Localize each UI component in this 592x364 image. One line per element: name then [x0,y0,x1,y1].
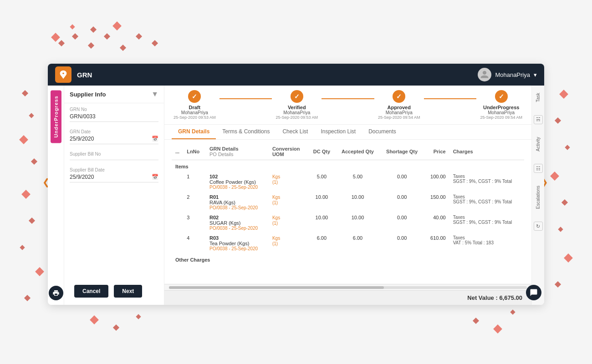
col-dc-qty: DC Qty [308,143,335,160]
step-draft-user: MohanaPriya [181,110,208,115]
row3-accepted-qty: 10.00 [335,212,380,233]
col-price: Price [424,143,449,160]
side-tab-task[interactable]: Task [534,89,542,106]
items-section-header: Items [172,160,524,172]
row3-shortage-qty: 0.00 [380,212,424,233]
step-underprogress: ✓ UnderProgress MohanaPriya 25-Sep-2020 … [480,90,522,120]
user-chevron[interactable]: ▾ [534,71,537,78]
step-draft: ✓ Draft MohanaPriya 25-Sep-2020 09:53 AM [174,90,216,120]
step-line-2 [322,98,374,99]
grn-no-group: GRN No GRN/0033 [64,103,164,126]
table-row: 2 R01 RAVA (Kgs) PO/0038 - 25-Sep-2020 K… [172,192,524,212]
side-tab-activity[interactable]: Activity [534,133,542,155]
supplier-info-header: Supplier Info ▼ [64,86,164,103]
col-charges: Charges [449,143,524,160]
step-draft-label: Draft [189,105,200,110]
row2-po: PO/0038 - 25-Sep-2020 [209,205,265,210]
left-nav-strip: UnderProgress [48,86,64,305]
tab-grn-details[interactable]: GRN Details [172,125,216,139]
supplier-expand-icon[interactable]: ▼ [151,90,158,98]
cancel-button[interactable]: Cancel [74,285,108,298]
calendar-icon-2[interactable]: 📅 [152,174,158,180]
grn-no-label: GRN No [70,107,158,112]
row4-uom-qty: (1) [272,241,278,246]
row4-shortage-qty: 0.00 [380,233,424,253]
left-panel: Supplier Info ▼ GRN No GRN/0033 GRN Date… [64,86,164,305]
col-grn-details: GRN DetailsPO Details [206,143,269,160]
username: MohanaPriya [495,71,530,78]
supplier-bill-date-group: Supplier Bill Date 25/9/2020 📅 [64,164,164,186]
progress-bar: ✓ Draft MohanaPriya 25-Sep-2020 09:53 AM… [164,86,531,125]
side-activity-icon[interactable]: ☷ [534,164,543,173]
row1-charges: TaxesSGST : 9%, CGST : 9% Total [453,174,521,184]
side-tab-escalations[interactable]: Escalations [534,182,542,212]
scroll-bar[interactable] [164,284,531,290]
row3-price: 40.00 [424,212,449,233]
row2-accepted-qty: 10.00 [335,192,380,212]
grn-date-value: 25/9/2020 📅 [70,136,158,144]
net-value-bar: Net Value : 6,675.00 [164,290,531,305]
grn-no-value: GRN/0033 [70,113,158,122]
tab-checklist[interactable]: Check List [276,125,314,139]
row3-uom: Kgs [272,215,280,220]
step-verified-circle: ✓ [291,90,303,103]
supplier-bill-date-label: Supplier Bill Date [70,167,158,172]
row2-ln: 2 [183,192,206,212]
row2-code: R01 [209,194,265,200]
row1-uom-qty: (1) [272,180,278,185]
step-verified-label: Verified [288,105,306,110]
calendar-icon[interactable]: 📅 [152,136,158,142]
row1-price: 100.00 [424,172,449,192]
row2-price: 150.00 [424,192,449,212]
action-buttons: Cancel Next [64,278,164,305]
table-row: 3 R02 SUGAR (Kgs) PO/0038 - 25-Sep-2020 … [172,212,524,233]
chat-button[interactable] [526,285,541,300]
step-line-1 [219,98,272,99]
step-approved-label: Approved [388,105,411,110]
side-task-icon[interactable]: ☵ [534,115,543,124]
print-button[interactable] [49,286,63,300]
grn-date-label: GRN Date [70,129,158,134]
col-accepted-qty: Accepted Qty [335,143,380,160]
row1-shortage-qty: 0.00 [380,172,424,192]
row4-ln: 4 [183,233,206,253]
app-container: GRN MohanaPriya ▾ UnderProgress Su [48,64,544,305]
row2-uom-qty: (1) [272,200,278,205]
row2-dc-qty: 10.00 [308,192,335,212]
body-layout: UnderProgress Supplier Info ▼ GRN No GRN… [48,86,544,305]
col-conversion-uom: ConversionUOM [269,143,308,160]
supplier-bill-no-group: Supplier Bill No [64,148,164,164]
app-logo [55,66,71,83]
user-info: MohanaPriya ▾ [478,68,537,81]
row3-uom-qty: (1) [272,221,278,226]
scroll-thumb[interactable] [169,286,384,289]
row4-po: PO/0038 - 25-Sep-2020 [209,246,265,251]
row4-charges: TaxesVAT : 5% Total : 183 [453,235,521,245]
supplier-bill-no-value[interactable] [70,158,158,160]
row2-uom: Kgs [272,195,280,200]
step-verified-date: 25-Sep-2020 09:53 AM [276,115,318,120]
tab-inspection[interactable]: Inspection List [314,125,362,139]
table-row: 1 102 Coffee Powder (Kgs) PO/0038 - 25-S… [172,172,524,192]
supplier-bill-date-value: 25/9/2020 📅 [70,174,158,182]
row4-name: Tea Powder (Kgs) [209,241,265,246]
row1-accepted-qty: 5.00 [335,172,380,192]
logo-icon [58,70,68,80]
side-escalations-icon[interactable]: ↻ [534,222,543,231]
grn-date-group: GRN Date 25/9/2020 📅 [64,126,164,148]
tab-terms[interactable]: Terms & Conditions [216,125,276,139]
supplier-info-label: Supplier Info [70,91,106,98]
row2-charges: TaxesSGST : 9%, CGST : 9% Total [453,194,521,204]
tab-documents[interactable]: Documents [362,125,403,139]
row4-code: R03 [209,235,265,241]
next-button[interactable]: Next [114,285,142,298]
other-charges-label: Other Charges [172,253,524,265]
row1-code: 102 [209,174,265,179]
row2-shortage-qty: 0.00 [380,192,424,212]
step-approved-date: 25-Sep-2020 09:54 AM [378,115,420,120]
row2-name: RAVA (Kgs) [209,200,265,205]
scroll-track[interactable] [169,286,527,289]
step-approved-circle: ✓ [393,90,405,103]
step-underprogress-user: MohanaPriya [488,110,515,115]
row1-ln: 1 [183,172,206,192]
